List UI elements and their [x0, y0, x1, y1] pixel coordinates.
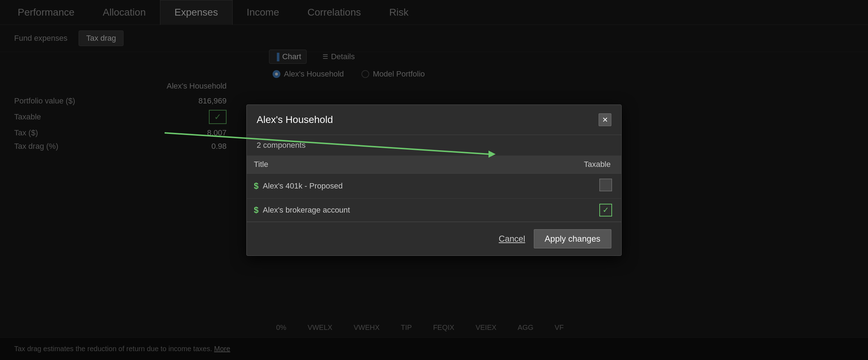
dollar-icon-401k: $: [254, 181, 258, 191]
col-header-taxable: Taxable: [514, 156, 621, 174]
checkbox-401k[interactable]: [599, 179, 612, 191]
row-401k-taxable: [514, 173, 621, 198]
modal-header: Alex's Household ✕: [247, 105, 621, 135]
cancel-button[interactable]: Cancel: [499, 234, 525, 244]
modal-subheader: 2 components: [247, 135, 621, 156]
row-401k-title: $ Alex's 401k - Proposed: [247, 173, 514, 198]
row-brokerage-taxable: ✓: [514, 198, 621, 221]
modal-footer: Cancel Apply changes: [247, 222, 621, 255]
modal-title: Alex's Household: [257, 114, 333, 125]
row-brokerage-title: $ Alex's brokerage account: [247, 198, 514, 221]
checkbox-brokerage[interactable]: ✓: [599, 204, 612, 216]
dollar-icon-brokerage: $: [254, 205, 258, 215]
apply-changes-button[interactable]: Apply changes: [534, 229, 611, 248]
modal-close-button[interactable]: ✕: [599, 113, 611, 126]
col-header-title: Title: [247, 156, 514, 174]
table-row: $ Alex's brokerage account ✓: [247, 198, 621, 221]
modal-overlay: Alex's Household ✕ 2 components Title Ta…: [0, 0, 868, 360]
table-row: $ Alex's 401k - Proposed: [247, 173, 621, 198]
check-icon-brokerage: ✓: [603, 206, 609, 215]
modal-table: Title Taxable $ Alex's 401k - Proposed: [247, 156, 621, 222]
modal-dialog: Alex's Household ✕ 2 components Title Ta…: [246, 105, 622, 256]
